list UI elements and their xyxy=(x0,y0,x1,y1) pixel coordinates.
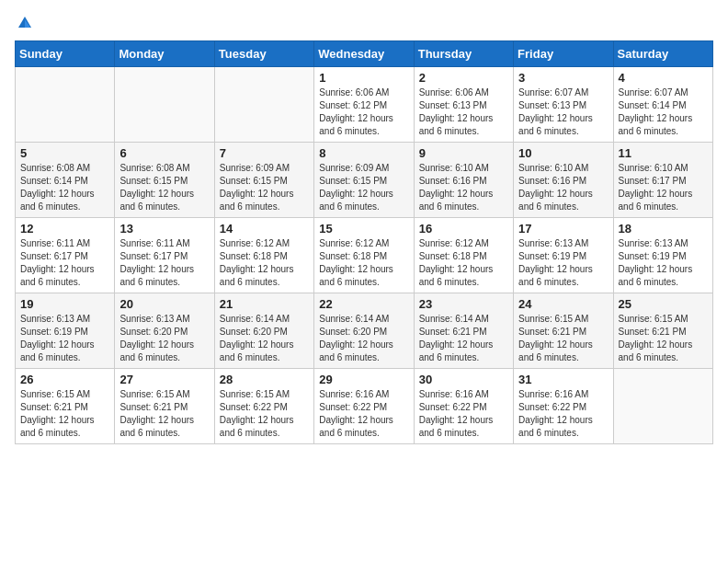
page-header xyxy=(15,15,713,31)
calendar-cell xyxy=(214,67,313,143)
calendar-week-2: 5Sunrise: 6:08 AM Sunset: 6:14 PM Daylig… xyxy=(16,143,713,218)
calendar-cell xyxy=(115,67,214,143)
calendar-cell: 16Sunrise: 6:12 AM Sunset: 6:18 PM Dayli… xyxy=(414,218,513,293)
day-number: 9 xyxy=(419,146,508,160)
day-number: 13 xyxy=(119,222,209,236)
day-number: 11 xyxy=(619,146,708,160)
calendar-cell xyxy=(613,369,712,444)
day-info: Sunrise: 6:15 AM Sunset: 6:21 PM Dayligh… xyxy=(518,313,608,364)
day-number: 7 xyxy=(220,146,309,160)
day-info: Sunrise: 6:14 AM Sunset: 6:21 PM Dayligh… xyxy=(419,313,508,364)
day-info: Sunrise: 6:15 AM Sunset: 6:22 PM Dayligh… xyxy=(220,388,309,440)
day-info: Sunrise: 6:14 AM Sunset: 6:20 PM Dayligh… xyxy=(220,313,309,364)
calendar-cell: 30Sunrise: 6:16 AM Sunset: 6:22 PM Dayli… xyxy=(414,369,513,444)
calendar-cell: 6Sunrise: 6:08 AM Sunset: 6:15 PM Daylig… xyxy=(115,143,214,218)
calendar-cell: 26Sunrise: 6:15 AM Sunset: 6:21 PM Dayli… xyxy=(16,369,115,444)
day-info: Sunrise: 6:12 AM Sunset: 6:18 PM Dayligh… xyxy=(220,237,309,289)
day-info: Sunrise: 6:14 AM Sunset: 6:20 PM Dayligh… xyxy=(319,313,408,364)
calendar-cell: 27Sunrise: 6:15 AM Sunset: 6:21 PM Dayli… xyxy=(115,369,214,444)
day-number: 2 xyxy=(419,71,508,85)
day-info: Sunrise: 6:06 AM Sunset: 6:13 PM Dayligh… xyxy=(419,86,508,138)
calendar-cell: 17Sunrise: 6:13 AM Sunset: 6:19 PM Dayli… xyxy=(514,218,613,293)
col-header-thursday: Thursday xyxy=(414,41,513,67)
calendar-cell: 8Sunrise: 6:09 AM Sunset: 6:15 PM Daylig… xyxy=(314,143,414,218)
calendar-cell: 14Sunrise: 6:12 AM Sunset: 6:18 PM Dayli… xyxy=(214,218,313,293)
day-info: Sunrise: 6:15 AM Sunset: 6:21 PM Dayligh… xyxy=(20,388,109,440)
calendar-cell: 25Sunrise: 6:15 AM Sunset: 6:21 PM Dayli… xyxy=(613,293,712,369)
col-header-friday: Friday xyxy=(514,41,613,67)
day-number: 1 xyxy=(319,71,408,85)
calendar-cell: 4Sunrise: 6:07 AM Sunset: 6:14 PM Daylig… xyxy=(613,67,712,143)
day-number: 12 xyxy=(20,222,109,236)
day-number: 25 xyxy=(619,297,708,311)
col-header-monday: Monday xyxy=(115,41,214,67)
calendar-cell: 29Sunrise: 6:16 AM Sunset: 6:22 PM Dayli… xyxy=(314,369,414,444)
calendar-cell: 1Sunrise: 6:06 AM Sunset: 6:12 PM Daylig… xyxy=(314,67,414,143)
calendar-cell: 19Sunrise: 6:13 AM Sunset: 6:19 PM Dayli… xyxy=(16,293,115,369)
calendar-cell: 9Sunrise: 6:10 AM Sunset: 6:16 PM Daylig… xyxy=(414,143,513,218)
calendar-cell: 7Sunrise: 6:09 AM Sunset: 6:15 PM Daylig… xyxy=(214,143,313,218)
day-number: 27 xyxy=(119,373,209,386)
calendar-week-3: 12Sunrise: 6:11 AM Sunset: 6:17 PM Dayli… xyxy=(16,218,713,293)
day-number: 4 xyxy=(619,71,708,85)
day-info: Sunrise: 6:13 AM Sunset: 6:19 PM Dayligh… xyxy=(518,237,608,289)
day-number: 20 xyxy=(119,297,209,311)
day-number: 5 xyxy=(20,146,109,160)
day-info: Sunrise: 6:09 AM Sunset: 6:15 PM Dayligh… xyxy=(319,162,408,213)
col-header-sunday: Sunday xyxy=(16,41,115,67)
day-number: 23 xyxy=(419,297,508,311)
day-info: Sunrise: 6:10 AM Sunset: 6:17 PM Dayligh… xyxy=(619,162,708,213)
calendar-cell: 5Sunrise: 6:08 AM Sunset: 6:14 PM Daylig… xyxy=(16,143,115,218)
day-number: 30 xyxy=(419,373,508,386)
day-info: Sunrise: 6:08 AM Sunset: 6:15 PM Dayligh… xyxy=(119,162,209,213)
day-number: 17 xyxy=(518,222,608,236)
svg-marker-1 xyxy=(25,19,30,28)
col-header-tuesday: Tuesday xyxy=(214,41,313,67)
calendar-header: SundayMondayTuesdayWednesdayThursdayFrid… xyxy=(16,41,713,67)
logo-icon xyxy=(17,15,33,31)
calendar-week-4: 19Sunrise: 6:13 AM Sunset: 6:19 PM Dayli… xyxy=(16,293,713,369)
calendar-cell: 11Sunrise: 6:10 AM Sunset: 6:17 PM Dayli… xyxy=(613,143,712,218)
calendar-cell: 31Sunrise: 6:16 AM Sunset: 6:22 PM Dayli… xyxy=(514,369,613,444)
day-number: 18 xyxy=(619,222,708,236)
col-header-wednesday: Wednesday xyxy=(314,41,414,67)
calendar-cell: 10Sunrise: 6:10 AM Sunset: 6:16 PM Dayli… xyxy=(514,143,613,218)
calendar-cell: 3Sunrise: 6:07 AM Sunset: 6:13 PM Daylig… xyxy=(514,67,613,143)
day-info: Sunrise: 6:13 AM Sunset: 6:20 PM Dayligh… xyxy=(119,313,209,364)
day-number: 16 xyxy=(419,222,508,236)
day-number: 19 xyxy=(20,297,109,311)
day-info: Sunrise: 6:08 AM Sunset: 6:14 PM Dayligh… xyxy=(20,162,109,213)
day-number: 24 xyxy=(518,297,608,311)
day-info: Sunrise: 6:07 AM Sunset: 6:14 PM Dayligh… xyxy=(619,86,708,138)
calendar-table: SundayMondayTuesdayWednesdayThursdayFrid… xyxy=(15,40,713,444)
day-info: Sunrise: 6:15 AM Sunset: 6:21 PM Dayligh… xyxy=(619,313,708,364)
calendar-week-1: 1Sunrise: 6:06 AM Sunset: 6:12 PM Daylig… xyxy=(16,67,713,143)
day-info: Sunrise: 6:13 AM Sunset: 6:19 PM Dayligh… xyxy=(619,237,708,289)
day-number: 14 xyxy=(220,222,309,236)
calendar-cell: 22Sunrise: 6:14 AM Sunset: 6:20 PM Dayli… xyxy=(314,293,414,369)
day-info: Sunrise: 6:09 AM Sunset: 6:15 PM Dayligh… xyxy=(220,162,309,213)
day-number: 3 xyxy=(518,71,608,85)
calendar-cell: 23Sunrise: 6:14 AM Sunset: 6:21 PM Dayli… xyxy=(414,293,513,369)
day-info: Sunrise: 6:12 AM Sunset: 6:18 PM Dayligh… xyxy=(319,237,408,289)
calendar-week-5: 26Sunrise: 6:15 AM Sunset: 6:21 PM Dayli… xyxy=(16,369,713,444)
day-number: 6 xyxy=(119,146,209,160)
calendar-cell: 15Sunrise: 6:12 AM Sunset: 6:18 PM Dayli… xyxy=(314,218,414,293)
calendar-cell xyxy=(16,67,115,143)
day-number: 31 xyxy=(518,373,608,386)
day-number: 21 xyxy=(220,297,309,311)
day-number: 28 xyxy=(220,373,309,386)
calendar-cell: 24Sunrise: 6:15 AM Sunset: 6:21 PM Dayli… xyxy=(514,293,613,369)
day-number: 15 xyxy=(319,222,408,236)
logo xyxy=(15,15,33,31)
day-info: Sunrise: 6:07 AM Sunset: 6:13 PM Dayligh… xyxy=(518,86,608,138)
day-number: 8 xyxy=(319,146,408,160)
day-info: Sunrise: 6:10 AM Sunset: 6:16 PM Dayligh… xyxy=(419,162,508,213)
day-info: Sunrise: 6:13 AM Sunset: 6:19 PM Dayligh… xyxy=(20,313,109,364)
day-info: Sunrise: 6:11 AM Sunset: 6:17 PM Dayligh… xyxy=(119,237,209,289)
day-number: 29 xyxy=(319,373,408,386)
day-info: Sunrise: 6:10 AM Sunset: 6:16 PM Dayligh… xyxy=(518,162,608,213)
day-info: Sunrise: 6:11 AM Sunset: 6:17 PM Dayligh… xyxy=(20,237,109,289)
day-info: Sunrise: 6:16 AM Sunset: 6:22 PM Dayligh… xyxy=(518,388,608,440)
day-info: Sunrise: 6:16 AM Sunset: 6:22 PM Dayligh… xyxy=(319,388,408,440)
